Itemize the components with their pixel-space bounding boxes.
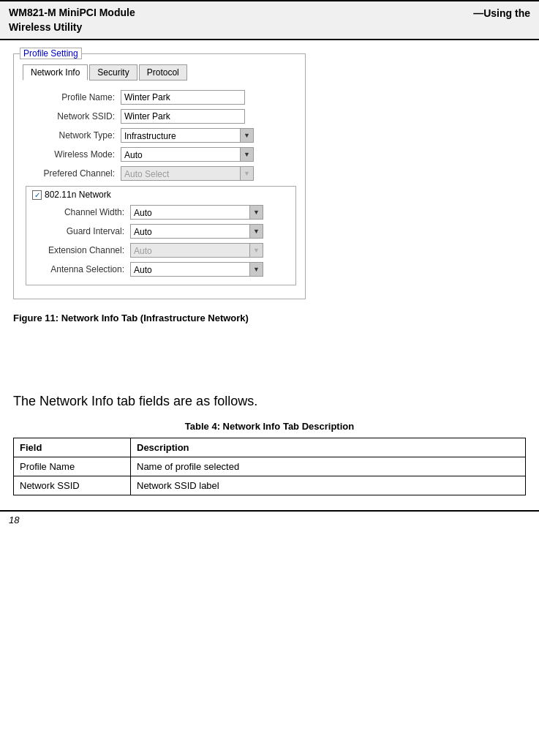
label-profile-name: Profile Name: bbox=[23, 88, 118, 107]
table-row: Profile Name Name of profile selected bbox=[14, 457, 526, 476]
cell-desc-network-ssid: Network SSID label bbox=[131, 476, 526, 495]
col-header-field: Field bbox=[14, 438, 131, 457]
field-network-ssid: Network SSID: bbox=[23, 107, 296, 126]
label-11n: 802.11n Network bbox=[45, 190, 111, 200]
network-11n-panel: ✓ 802.11n Network Channel Width: Auto ▼ bbox=[26, 186, 296, 285]
spacer bbox=[13, 335, 526, 379]
select-network-type[interactable]: Infrastructure ▼ bbox=[121, 128, 254, 143]
dropdown-arrow-prefered-channel: ▼ bbox=[240, 167, 253, 180]
field-profile-name: Profile Name: bbox=[23, 88, 296, 107]
field-wireless-mode: Wireless Mode: Auto ▼ bbox=[23, 145, 296, 164]
tab-network-info[interactable]: Network Info bbox=[23, 64, 88, 81]
page-number: 18 bbox=[9, 514, 19, 525]
dropdown-arrow-extension-channel: ▼ bbox=[249, 244, 263, 257]
header-title-left: WM821-M MiniPCI Module Wireless Utility bbox=[9, 6, 135, 34]
col-header-description: Description bbox=[131, 438, 526, 457]
field-extension-channel: Extension Channel: Auto ▼ bbox=[32, 241, 290, 260]
label-wireless-mode: Wireless Mode: bbox=[23, 145, 118, 164]
dropdown-arrow-wireless-mode: ▼ bbox=[240, 148, 253, 161]
dropdown-arrow-network-type: ▼ bbox=[240, 129, 253, 142]
input-profile-name[interactable] bbox=[121, 90, 245, 105]
network-11n-legend: ✓ 802.11n Network bbox=[32, 190, 290, 200]
cell-desc-profile-name: Name of profile selected bbox=[131, 457, 526, 476]
label-guard-interval: Guard Interval: bbox=[32, 222, 127, 241]
network-11n-form: Channel Width: Auto ▼ Guard Interval: bbox=[32, 203, 290, 279]
tab-security[interactable]: Security bbox=[89, 64, 137, 81]
label-extension-channel: Extension Channel: bbox=[32, 241, 127, 260]
select-channel-width[interactable]: Auto ▼ bbox=[130, 205, 263, 220]
select-guard-interval-value: Auto bbox=[131, 225, 249, 238]
select-antenna-selection[interactable]: Auto ▼ bbox=[130, 262, 263, 277]
field-antenna-selection: Antenna Selection: Auto ▼ bbox=[32, 260, 290, 279]
cell-field-network-ssid: Network SSID bbox=[14, 476, 131, 495]
select-guard-interval[interactable]: Auto ▼ bbox=[130, 224, 263, 239]
header-title-right: —Using the bbox=[473, 6, 530, 19]
profile-setting-panel: Profile Setting Network Info Security Pr… bbox=[13, 53, 306, 299]
label-channel-width: Channel Width: bbox=[32, 203, 127, 222]
select-wireless-mode-value: Auto bbox=[121, 148, 240, 161]
header-line2: Wireless Utility bbox=[9, 20, 135, 35]
page-header: WM821-M MiniPCI Module Wireless Utility … bbox=[0, 0, 539, 40]
tab-bar: Network Info Security Protocol bbox=[23, 64, 296, 81]
dropdown-arrow-channel-width: ▼ bbox=[249, 206, 263, 219]
label-network-ssid: Network SSID: bbox=[23, 107, 118, 126]
select-extension-channel-value: Auto bbox=[131, 244, 249, 257]
network-info-form: Profile Name: Network SSID: Network Type… bbox=[23, 88, 296, 183]
label-prefered-channel: Prefered Channel: bbox=[23, 164, 118, 183]
select-antenna-selection-value: Auto bbox=[131, 263, 249, 276]
field-prefered-channel: Prefered Channel: Auto Select ▼ bbox=[23, 164, 296, 183]
table-header-row: Field Description bbox=[14, 438, 526, 457]
select-extension-channel: Auto ▼ bbox=[130, 243, 263, 258]
table-row: Network SSID Network SSID label bbox=[14, 476, 526, 495]
field-channel-width: Channel Width: Auto ▼ bbox=[32, 203, 290, 222]
cell-field-profile-name: Profile Name bbox=[14, 457, 131, 476]
dropdown-arrow-antenna-selection: ▼ bbox=[249, 263, 263, 276]
main-content: Profile Setting Network Info Security Pr… bbox=[0, 40, 539, 495]
description-table: Field Description Profile Name Name of p… bbox=[13, 438, 526, 495]
section-text: The Network Info tab fields are as follo… bbox=[13, 394, 526, 409]
table-title: Table 4: Network Info Tab Description bbox=[13, 421, 526, 432]
label-antenna-selection: Antenna Selection: bbox=[32, 260, 127, 279]
select-prefered-channel: Auto Select ▼ bbox=[121, 166, 254, 181]
figure-caption: Figure 11: Network Info Tab (Infrastruct… bbox=[13, 312, 526, 323]
field-guard-interval: Guard Interval: Auto ▼ bbox=[32, 222, 290, 241]
header-line1: WM821-M MiniPCI Module bbox=[9, 6, 135, 20]
checkbox-11n[interactable]: ✓ bbox=[32, 190, 42, 200]
dropdown-arrow-guard-interval: ▼ bbox=[249, 225, 263, 238]
select-prefered-channel-value: Auto Select bbox=[121, 167, 240, 180]
input-network-ssid[interactable] bbox=[121, 109, 245, 124]
profile-setting-legend: Profile Setting bbox=[20, 48, 82, 59]
field-network-type: Network Type: Infrastructure ▼ bbox=[23, 126, 296, 145]
select-channel-width-value: Auto bbox=[131, 206, 249, 219]
page-footer: 18 bbox=[0, 510, 539, 528]
select-network-type-value: Infrastructure bbox=[121, 129, 240, 142]
label-network-type: Network Type: bbox=[23, 126, 118, 145]
tab-protocol[interactable]: Protocol bbox=[139, 64, 187, 81]
select-wireless-mode[interactable]: Auto ▼ bbox=[121, 147, 254, 162]
